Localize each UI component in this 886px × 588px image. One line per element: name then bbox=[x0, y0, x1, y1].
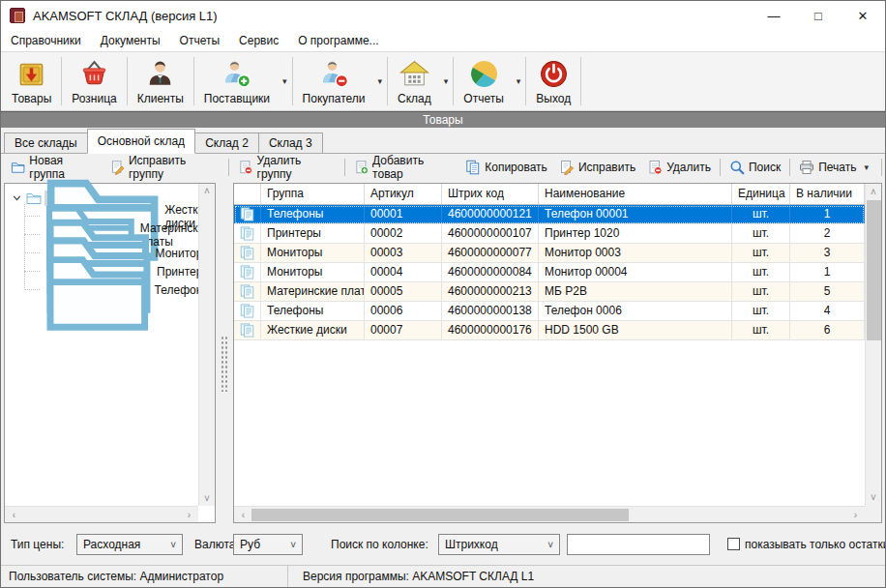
action-separator bbox=[344, 159, 345, 176]
show-stock-checkbox[interactable] bbox=[727, 538, 740, 550]
title-bar: AKAMSOFT СКЛАД (версия L1) — □ ✕ bbox=[1, 1, 885, 30]
basket-icon bbox=[78, 58, 110, 90]
buyers-dropdown-icon[interactable]: ▾ bbox=[374, 76, 387, 86]
header-group[interactable]: Группа bbox=[261, 184, 365, 204]
chevron-down-icon[interactable] bbox=[11, 191, 23, 204]
cell-barcode: 4600000000176 bbox=[442, 321, 539, 339]
scroll-up-icon[interactable]: ˄ bbox=[866, 185, 881, 199]
cell-unit: шт. bbox=[732, 321, 790, 339]
table-row[interactable]: Материнские платы 00005 4600000000213 МБ… bbox=[234, 282, 865, 302]
items-table-panel: Группа Артикул Штрих код Наименование Ед… bbox=[233, 183, 882, 523]
toolbar-suppliers-button[interactable]: Поставщики bbox=[195, 55, 279, 108]
power-icon bbox=[538, 58, 570, 90]
header-barcode[interactable]: Штрих код bbox=[442, 184, 539, 204]
group-tree-panel: Товары Жесткие диски Материнские платы М… bbox=[4, 183, 216, 523]
suppliers-dropdown-icon[interactable]: ▾ bbox=[279, 76, 291, 86]
print-button[interactable]: Печать ▾ bbox=[793, 157, 878, 178]
cell-barcode: 4600000000213 bbox=[442, 282, 539, 301]
chevron-down-icon: ˅ bbox=[542, 540, 559, 550]
toolbar-retail-button[interactable]: Розница bbox=[63, 55, 125, 108]
table-row[interactable]: Телефоны 00001 4600000000121 Телефон 000… bbox=[234, 205, 865, 224]
cell-barcode: 4600000000107 bbox=[442, 224, 539, 243]
toolbar-buyers-button[interactable]: Покупатели bbox=[294, 55, 374, 108]
scroll-down-icon[interactable]: ˅ bbox=[200, 491, 215, 506]
search-icon bbox=[729, 160, 745, 175]
scroll-down-icon[interactable]: ˅ bbox=[866, 490, 881, 505]
price-type-select[interactable]: Расходная ˅ bbox=[76, 534, 183, 555]
cell-name: Телефон 0006 bbox=[539, 302, 732, 320]
scroll-right-icon[interactable]: › bbox=[182, 508, 196, 522]
reports-dropdown-icon[interactable]: ▾ bbox=[513, 76, 525, 86]
warehouse-dropdown-icon[interactable]: ▾ bbox=[440, 76, 453, 86]
close-button[interactable]: ✕ bbox=[841, 1, 885, 30]
cell-barcode: 4600000000121 bbox=[442, 205, 539, 223]
scroll-left-icon[interactable]: ‹ bbox=[236, 508, 251, 522]
scroll-right-icon[interactable]: › bbox=[848, 508, 863, 522]
toolbar-exit-button[interactable]: Выход bbox=[527, 55, 579, 108]
toolbar-separator bbox=[525, 57, 526, 105]
toolbar-separator bbox=[453, 57, 454, 105]
cell-article: 00005 bbox=[365, 282, 442, 301]
delete-button[interactable]: Удалить bbox=[641, 157, 717, 178]
tree-item-phones[interactable]: Телефоны bbox=[32, 280, 211, 299]
header-qty[interactable]: В наличии bbox=[790, 184, 865, 204]
toolbar-warehouse-button[interactable]: Склад bbox=[389, 55, 440, 108]
search-column-select[interactable]: Штрихкод ˅ bbox=[438, 534, 560, 555]
tab-warehouse-2[interactable]: Склад 2 bbox=[194, 132, 259, 153]
table-row[interactable]: Мониторы 00003 4600000000077 Монитор 000… bbox=[234, 244, 865, 263]
menu-otchety[interactable]: Отчеты bbox=[170, 30, 229, 51]
item-doc-icon bbox=[234, 244, 261, 262]
search-button[interactable]: Поиск bbox=[724, 157, 786, 178]
table-row[interactable]: Жесткие диски 00007 4600000000176 HDD 15… bbox=[234, 321, 865, 340]
warehouse-tabs: Все склады Основной склад Склад 2 Склад … bbox=[1, 128, 885, 154]
chevron-down-icon: ˅ bbox=[164, 540, 182, 550]
tab-main-warehouse[interactable]: Основной склад bbox=[87, 129, 195, 154]
search-input[interactable] bbox=[567, 534, 710, 555]
maximize-button[interactable]: □ bbox=[796, 1, 841, 30]
status-user: Пользователь системы: Администратор bbox=[1, 570, 231, 583]
copy-button[interactable]: Копировать bbox=[459, 157, 553, 178]
tab-warehouse-3[interactable]: Склад 3 bbox=[258, 132, 323, 153]
section-title: Товары bbox=[423, 113, 462, 127]
menu-spravochniki[interactable]: Справочники bbox=[1, 30, 91, 51]
scroll-up-icon[interactable]: ˄ bbox=[200, 184, 215, 198]
panel-splitter[interactable] bbox=[216, 183, 233, 523]
menu-dokumenty[interactable]: Документы bbox=[91, 30, 170, 51]
edit-button[interactable]: Исправить bbox=[553, 157, 641, 178]
add-item-button[interactable]: Добавить товар bbox=[348, 151, 459, 184]
copy-label: Копировать bbox=[485, 161, 547, 174]
tree-horizontal-scrollbar[interactable]: ‹ › bbox=[5, 506, 198, 522]
header-article[interactable]: Артикул bbox=[365, 184, 442, 204]
toolbar-goods-button[interactable]: Товары bbox=[3, 55, 60, 108]
cell-name: Телефон 00001 bbox=[539, 205, 732, 223]
table-row[interactable]: Мониторы 00004 4600000000084 Монитор 000… bbox=[234, 263, 865, 282]
table-row[interactable]: Принтеры 00002 4600000000107 Принтер 102… bbox=[234, 224, 865, 244]
horizontal-scroll-thumb[interactable] bbox=[251, 509, 629, 521]
splitter-grip-icon bbox=[221, 336, 228, 392]
currency-select[interactable]: Руб ˅ bbox=[233, 534, 303, 555]
delete-group-button[interactable]: Удалить группу bbox=[232, 151, 341, 184]
minimize-button[interactable]: — bbox=[752, 1, 796, 30]
toolbar-suppliers-label: Поставщики bbox=[204, 92, 270, 105]
header-unit[interactable]: Единица bbox=[732, 184, 790, 204]
edit-pencil-icon bbox=[559, 160, 575, 175]
header-icon-column[interactable] bbox=[234, 184, 261, 204]
cell-name: Монитор 00004 bbox=[539, 263, 732, 281]
vertical-scroll-thumb[interactable] bbox=[867, 200, 881, 340]
cell-qty: 1 bbox=[790, 205, 865, 223]
menu-o-programme[interactable]: О программе... bbox=[288, 30, 388, 51]
table-horizontal-scrollbar[interactable]: ‹ › bbox=[234, 506, 865, 522]
toolbar-reports-button[interactable]: Отчеты bbox=[455, 55, 512, 108]
tree-vertical-scrollbar[interactable]: ˄ ˅ bbox=[198, 184, 215, 506]
toolbar-clients-button[interactable]: Клиенты bbox=[129, 55, 192, 108]
table-vertical-scrollbar[interactable]: ˄ ˅ bbox=[865, 184, 881, 506]
warehouse-icon bbox=[399, 58, 430, 90]
item-doc-icon bbox=[234, 205, 261, 223]
header-name[interactable]: Наименование bbox=[539, 184, 732, 204]
table-row[interactable]: Телефоны 00006 4600000000138 Телефон 000… bbox=[234, 302, 865, 321]
action-separator bbox=[789, 159, 790, 176]
scroll-left-icon[interactable]: ‹ bbox=[7, 508, 21, 522]
cell-barcode: 4600000000138 bbox=[442, 302, 539, 320]
app-icon bbox=[10, 8, 25, 23]
menu-servis[interactable]: Сервис bbox=[229, 30, 288, 51]
